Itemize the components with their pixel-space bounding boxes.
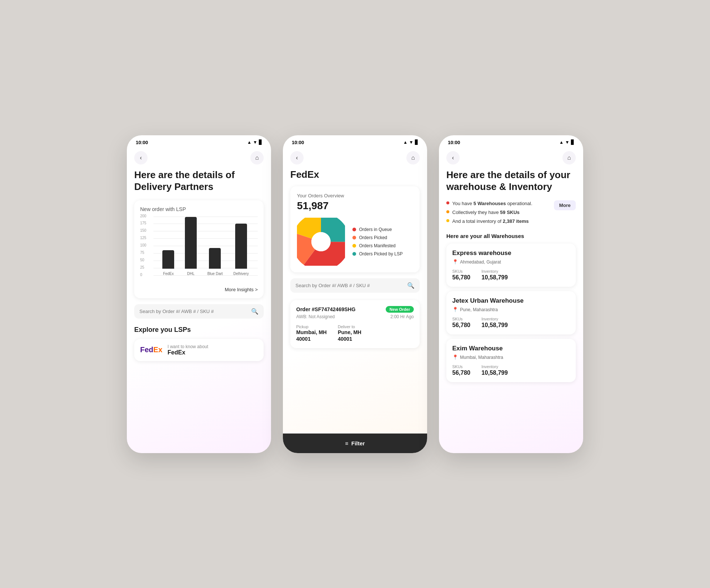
- phone-center: 10:00 ▲ ▼ ▊ ‹ ⌂ FedEx Your Orders Overvi…: [283, 135, 427, 453]
- search-icon-center: 🔍: [407, 282, 415, 289]
- legend-label-lsp: Orders Picked by LSP: [359, 251, 403, 256]
- bar-chart: 200 175 150 125 100 75 50 25 0 FedEx: [140, 217, 258, 283]
- pickup-group: Pickup Mumbai, MH40001: [296, 324, 327, 342]
- order-awb: AWB: Not Assigned: [296, 314, 335, 319]
- bar-delhivery: Delhivery: [233, 224, 249, 276]
- nav-bar-right: ‹ ⌂: [439, 148, 583, 169]
- bullet-dot-2: [446, 210, 449, 213]
- pin-icon-jetex: 📍: [452, 307, 458, 312]
- center-content: FedEx Your Orders Overview 51,987: [283, 169, 427, 428]
- warehouse-jetex-stats: SKUs 56,780 Inventory 10,58,799: [452, 317, 570, 329]
- warehouse-exim-city: Mumbai, Maharashtra: [460, 355, 503, 360]
- warehouse-express-stats: SKUs 56,780 Inventory 10,58,799: [452, 269, 570, 281]
- signal-icon: ▲: [247, 140, 251, 145]
- jetex-skus-label: SKUs: [452, 317, 470, 321]
- left-content: Here are the details of Delivery Partner…: [127, 169, 271, 450]
- bar-delhivery-label: Delhivery: [233, 272, 249, 276]
- bar-bluedart: Blue Dart: [207, 248, 223, 276]
- legend-dot-manifested: [352, 244, 356, 248]
- warehouse-jetex-location: 📍 Pune, Maharashtra: [452, 307, 570, 312]
- pickup-city: Mumbai, MH40001: [296, 329, 327, 342]
- legend-queue: Orders in Queue: [352, 227, 403, 232]
- filter-icon: ≡: [345, 440, 348, 446]
- back-button-right[interactable]: ‹: [446, 151, 460, 164]
- bar-dhl: DHL: [185, 217, 197, 276]
- jetex-inventory: Inventory 10,58,799: [481, 317, 508, 329]
- search-bar-center[interactable]: 🔍: [290, 278, 420, 293]
- order-id: Order #SF74742469SHG: [296, 306, 355, 312]
- lsp-card-fedex[interactable]: FedEx I want to know about FedEx: [134, 339, 264, 361]
- legend-dot-picked: [352, 236, 356, 239]
- battery-icon-c: ▊: [415, 140, 418, 145]
- page-title-right: Here are the details of your warehouse &…: [446, 169, 576, 193]
- bars-area: FedEx DHL Blue Dart Delhivery: [153, 217, 258, 276]
- order-card[interactable]: Order #SF74742469SHG New Order AWB: Not …: [290, 300, 420, 348]
- exim-inventory-label: Inventory: [481, 364, 508, 369]
- filter-bar[interactable]: ≡ Filter: [283, 434, 427, 453]
- wifi-icon: ▼: [253, 140, 257, 145]
- search-bar-left[interactable]: 🔍: [134, 304, 264, 319]
- bar-bluedart-label: Blue Dart: [207, 272, 223, 276]
- nav-bar-center: ‹ ⌂: [283, 148, 427, 169]
- overview-body: Orders in Queue Orders Picked Orders Man…: [297, 218, 413, 266]
- pin-icon-express: 📍: [452, 259, 458, 265]
- search-input-left[interactable]: [139, 309, 248, 314]
- battery-icon: ▊: [259, 140, 262, 145]
- search-input-center[interactable]: [295, 283, 404, 288]
- overview-number: 51,987: [297, 200, 413, 212]
- more-insights-link[interactable]: More Insights >: [140, 287, 258, 292]
- lsp-name: FedEx: [168, 349, 185, 356]
- lsp-section-title: Explore you LSPs: [134, 326, 264, 334]
- back-button-center[interactable]: ‹: [290, 151, 304, 164]
- warehouse-exim-name: Exim Warehouse: [452, 345, 570, 352]
- home-button-center[interactable]: ⌂: [406, 151, 420, 164]
- bar-fedex-label: FedEx: [163, 272, 174, 276]
- chart-legend: Orders in Queue Orders Picked Orders Man…: [352, 227, 403, 256]
- warehouse-express-name: Express warehouse: [452, 249, 570, 257]
- express-inventory-label: Inventory: [481, 269, 508, 273]
- phone-right: 10:00 ▲ ▼ ▊ ‹ ⌂ Here are the details of …: [439, 135, 583, 453]
- bar-bluedart-bar: [209, 248, 221, 269]
- jetex-skus: SKUs 56,780: [452, 317, 470, 329]
- warehouse-express: Express warehouse 📍 Ahmedabad, Gujarat S…: [446, 244, 576, 287]
- legend-dot-queue: [352, 228, 356, 231]
- order-sub: AWB: Not Assigned 2:00 Hr Ago: [296, 314, 414, 319]
- express-inventory: Inventory 10,58,799: [481, 269, 508, 281]
- exim-skus-label: SKUs: [452, 364, 470, 369]
- legend-label-picked: Orders Picked: [359, 235, 387, 240]
- bullet-dot-3: [446, 219, 449, 222]
- warehouse-exim-stats: SKUs 56,780 Inventory 10,58,799: [452, 364, 570, 376]
- legend-dot-lsp: [352, 252, 356, 256]
- warehouse-express-city: Ahmedabad, Gujarat: [460, 259, 501, 265]
- warehouse-jetex-city: Pune, Maharashtra: [460, 307, 498, 312]
- status-bar-left: 10:00 ▲ ▼ ▊: [127, 135, 271, 148]
- deliver-group: Deliver to Pune, MH40001: [338, 324, 361, 342]
- home-button-left[interactable]: ⌂: [250, 151, 264, 164]
- time-left: 10:00: [136, 140, 148, 145]
- svg-point-4: [311, 232, 331, 251]
- bar-delhivery-bar: [235, 224, 247, 269]
- bar-dhl-bar: [185, 217, 197, 269]
- warehouse-express-location: 📍 Ahmedabad, Gujarat: [452, 259, 570, 265]
- time-center: 10:00: [292, 140, 304, 145]
- express-skus: SKUs 56,780: [452, 269, 470, 281]
- fedex-page-title: FedEx: [290, 169, 420, 180]
- fedex-logo: FedEx: [140, 346, 162, 354]
- lsp-prompt: I want to know about: [168, 344, 208, 349]
- jetex-skus-value: 56,780: [452, 322, 470, 328]
- bullet-3: And a total inventory of 2,387 items: [446, 218, 554, 225]
- pickup-label: Pickup: [296, 324, 327, 329]
- order-addresses: Pickup Mumbai, MH40001 Deliver to Pune, …: [296, 324, 414, 342]
- express-inventory-value: 10,58,799: [481, 274, 508, 281]
- home-button-right[interactable]: ⌂: [562, 151, 576, 164]
- exim-inventory: Inventory 10,58,799: [481, 364, 508, 376]
- more-button[interactable]: More: [554, 200, 576, 210]
- warehouse-exim-location: 📍 Mumbai, Maharashtra: [452, 354, 570, 360]
- legend-label-queue: Orders in Queue: [359, 227, 392, 232]
- signal-icons-right: ▲ ▼ ▊: [559, 140, 574, 145]
- express-skus-label: SKUs: [452, 269, 470, 273]
- time-right: 10:00: [448, 140, 460, 145]
- overview-label: Your Orders Overview: [297, 193, 413, 198]
- warehouse-jetex: Jetex Urban Warehouse 📍 Pune, Maharashtr…: [446, 291, 576, 334]
- back-button-left[interactable]: ‹: [134, 151, 148, 164]
